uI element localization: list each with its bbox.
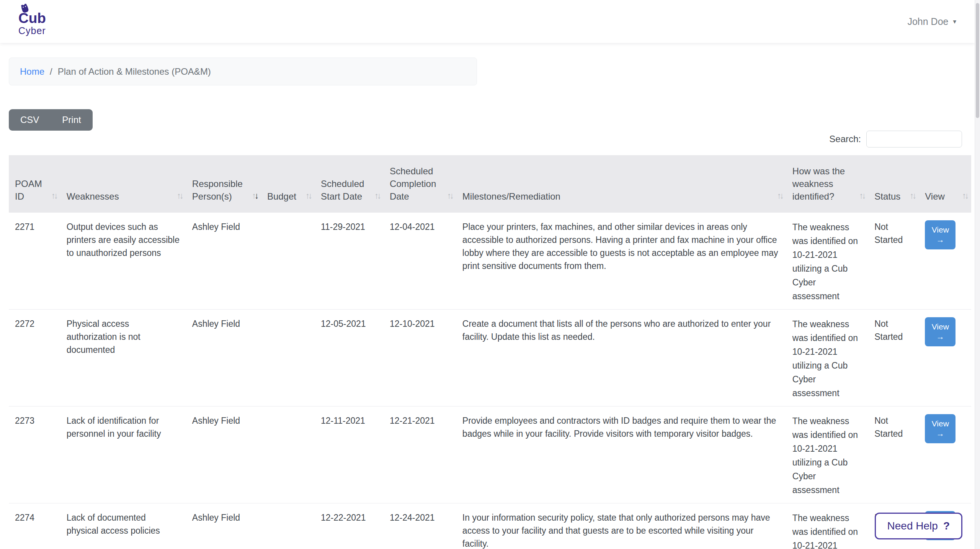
cub-cyber-logo[interactable]: Cub Cyber [18,7,46,36]
breadcrumb-home-link[interactable]: Home [20,66,44,77]
export-button-group: CSV Print [9,109,93,131]
view-button[interactable]: View → [925,317,956,346]
status-badge: Not Started [868,406,919,503]
column-label: How was the weakness identified? [792,166,845,202]
cell-budget [261,213,315,310]
breadcrumb: Home / Plan of Action & Milestones (POA&… [9,57,477,85]
csv-export-button[interactable]: CSV [9,109,51,131]
user-name: John Doe [907,16,948,27]
column-label: View [925,191,945,202]
cell-milestones-remediation: Place your printers, fax machines, and o… [456,213,786,310]
view-button-label: View [932,419,949,428]
column-header[interactable]: View ↑↓ [919,155,971,213]
bear-cub-icon [19,3,31,14]
sort-desc-icon: ↓ [912,191,915,200]
arrow-right-icon: → [936,429,944,438]
status-badge: Not Started [868,213,919,310]
sort-icon: ↑↓ [252,189,257,202]
table-toolbar: CSV Print Search: [9,109,971,147]
sort-asc-icon: ↑ [51,191,54,200]
column-header[interactable]: Weaknesses ↑↓ [60,155,186,213]
view-button[interactable]: View → [925,220,956,249]
sort-desc-icon: ↓ [780,191,782,200]
cell-scheduled-completion-date: 12-04-2021 [384,213,456,310]
sort-icon: ↑↓ [51,189,57,202]
sort-asc-icon: ↑ [305,191,308,200]
cell-milestones-remediation: Create a document that lists all of the … [456,310,786,406]
table-header: POAM ID ↑↓ Weaknesses ↑↓ Responsible Per… [9,155,971,213]
scrollbar-thumb[interactable] [976,3,979,118]
table-header-row: POAM ID ↑↓ Weaknesses ↑↓ Responsible Per… [9,155,971,213]
cell-weakness-identified: The weakness was identified on 10-21-202… [786,503,868,549]
cell-view: View → [919,213,971,310]
cell-weakness-identified: The weakness was identified on 10-21-202… [786,406,868,503]
table-row: 2273 Lack of identification for personne… [9,406,971,503]
cell-view: View → [919,406,971,503]
cell-responsible-persons: Ashley Field [186,406,261,503]
column-header[interactable]: POAM ID ↑↓ [9,155,60,213]
column-header[interactable]: Scheduled Completion Date ↑↓ [384,155,456,213]
sort-asc-icon: ↑ [374,191,377,200]
column-label: Responsible Person(s) [192,179,243,202]
sort-asc-icon: ↑ [447,191,450,200]
cell-weaknesses: Lack of documented physical access polic… [60,503,186,549]
sort-desc-icon: ↓ [54,191,57,200]
column-header[interactable]: Milestones/Remediation ↑↓ [456,155,786,213]
poam-table: POAM ID ↑↓ Weaknesses ↑↓ Responsible Per… [9,155,971,549]
search-label: Search: [829,134,861,144]
top-navbar: Cub Cyber John Doe ▾ [0,0,975,43]
sort-icon: ↑↓ [859,189,864,202]
user-menu[interactable]: John Doe ▾ [907,16,956,27]
need-help-button[interactable]: Need Help ? [875,513,962,539]
table-row: 2272 Physical access authorization is no… [9,310,971,406]
arrow-right-icon: → [936,332,944,341]
column-label: Scheduled Completion Date [390,166,436,202]
cell-milestones-remediation: Provide employees and contractors with I… [456,406,786,503]
cell-view: View → [919,310,971,406]
column-header[interactable]: How was the weakness identified? ↑↓ [786,155,868,213]
view-button[interactable]: View → [925,414,956,443]
cell-weaknesses: Output devices such as printers are easi… [60,213,186,310]
cell-weaknesses: Lack of identification for personnel in … [60,406,186,503]
cell-weakness-identified: The weakness was identified on 10-21-202… [786,213,868,310]
arrow-right-icon: → [936,235,944,244]
need-help-label: Need Help [887,520,938,532]
sort-desc-icon: ↓ [862,191,864,200]
breadcrumb-current-page: Plan of Action & Milestones (POA&M) [58,66,211,77]
cell-responsible-persons: Ashley Field [186,503,261,549]
sort-desc-icon: ↓ [180,191,182,200]
cell-scheduled-start-date: 12-22-2021 [315,503,384,549]
sort-icon: ↑↓ [962,189,967,202]
cell-scheduled-completion-date: 12-21-2021 [384,406,456,503]
sort-icon: ↑↓ [910,189,915,202]
cell-budget [261,406,315,503]
sort-desc-icon: ↓ [255,191,257,200]
column-header[interactable]: Budget ↑↓ [261,155,315,213]
sort-desc-icon: ↓ [450,191,452,200]
print-button[interactable]: Print [51,109,92,131]
logo-text-line2: Cyber [18,26,46,36]
table-row: 2271 Output devices such as printers are… [9,213,971,310]
column-header[interactable]: Responsible Person(s) ↑↓ [186,155,261,213]
column-header[interactable]: Status ↑↓ [868,155,919,213]
cell-scheduled-start-date: 12-05-2021 [315,310,384,406]
column-header[interactable]: Scheduled Start Date ↑↓ [315,155,384,213]
column-label: Scheduled Start Date [321,179,364,202]
cell-budget [261,503,315,549]
view-button-label: View [932,225,949,234]
sort-asc-icon: ↑ [777,191,780,200]
sort-icon: ↑↓ [177,189,182,202]
cell-scheduled-start-date: 11-29-2021 [315,213,384,310]
cell-poam-id: 2273 [9,406,60,503]
cell-budget [261,310,315,406]
sort-asc-icon: ↑ [252,191,255,200]
sort-asc-icon: ↑ [177,191,180,200]
table-search: Search: [829,131,962,147]
cell-poam-id: 2271 [9,213,60,310]
cell-poam-id: 2272 [9,310,60,406]
sort-icon: ↑↓ [374,189,380,202]
search-input[interactable] [866,131,962,147]
column-label: Weaknesses [67,191,119,202]
cell-scheduled-completion-date: 12-24-2021 [384,503,456,549]
vertical-scrollbar[interactable] [975,0,980,549]
